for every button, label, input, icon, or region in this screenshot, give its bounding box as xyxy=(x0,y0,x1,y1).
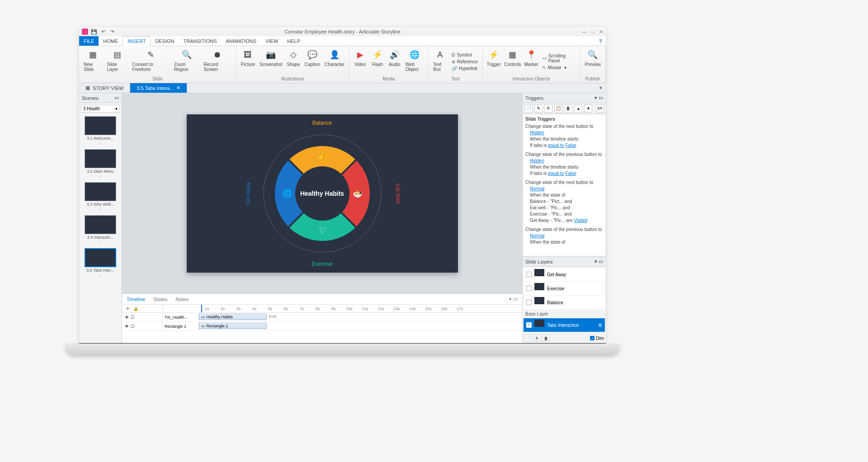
timeline-track[interactable]: 👁☐Txt_Health...▭ Healthy HabitsEnd xyxy=(122,313,522,322)
scene-thumb[interactable]: 3.1 Welcome...↓ xyxy=(81,116,120,146)
picture-button[interactable]: 🖼Picture xyxy=(239,47,257,75)
screenshot-button[interactable]: 📷Screenshot xyxy=(258,47,284,75)
character-button[interactable]: 👤Character xyxy=(323,47,346,75)
text-box-button[interactable]: AText Box xyxy=(431,47,449,75)
tab-transitions[interactable]: TRANSITIONS xyxy=(179,36,222,46)
eye-icon[interactable]: 👁 xyxy=(126,306,130,311)
record-screen-button[interactable]: ⏺Record Screen xyxy=(202,47,233,75)
caption-button[interactable]: 💬Caption xyxy=(302,47,321,75)
lock-icon[interactable]: 🔒 xyxy=(133,306,138,311)
ribbon-tabs: FILE HOME INSERT DESIGN TRANSITIONS ANIM… xyxy=(79,36,606,46)
segment-label-exercise: Exercise xyxy=(311,261,332,267)
base-layer-label: Base Layer xyxy=(523,311,606,317)
base-layer-row[interactable]: Tabs Interaction⚙ xyxy=(524,318,605,332)
canvas-area: 👍 🍜 ♡ 🌐 Healthy Habits Balance Eat Well … xyxy=(122,93,522,343)
triggers-title: Triggers xyxy=(525,95,543,101)
trigger-button[interactable]: ⚡Trigger xyxy=(486,47,502,75)
hyperlink-button[interactable]: 🔗Hyperlink xyxy=(450,66,480,71)
window-title: Comstar Employee Health.story - Articula… xyxy=(284,29,400,34)
new-trigger-button[interactable]: 📄 xyxy=(524,104,533,113)
slide-layers-panel: Slide Layers▾ ▭ Get AwayExerciseBalance … xyxy=(523,256,606,343)
scene-thumb[interactable]: 3.3 Why Well...↓ xyxy=(81,182,120,212)
move-down-button[interactable]: ▾ xyxy=(584,104,592,113)
save-icon[interactable]: 💾 xyxy=(91,28,97,35)
scene-selector[interactable]: 3 Health▾ xyxy=(81,105,120,113)
gear-icon[interactable]: ⚙ xyxy=(598,323,602,328)
tab-view[interactable]: VIEW xyxy=(261,36,283,46)
web-object-button[interactable]: 🌐Web Object xyxy=(404,47,425,75)
minimize-icon[interactable]: — xyxy=(582,29,587,35)
duplicate-layer-button[interactable]: ⎘ xyxy=(533,335,541,342)
maximize-icon[interactable]: □ xyxy=(591,29,594,35)
mouse-button[interactable]: ↖Mouse ▾ xyxy=(541,65,577,71)
audio-button[interactable]: 🔊Audio xyxy=(387,47,403,75)
tab-insert[interactable]: INSERT xyxy=(123,36,151,46)
slide-stage[interactable]: 👍 🍜 ♡ 🌐 Healthy Habits Balance Eat Well … xyxy=(187,114,458,273)
variables-button[interactable]: x= xyxy=(596,104,604,113)
chart-center-label: Healthy Habits xyxy=(300,190,344,197)
move-up-button[interactable]: ▴ xyxy=(574,104,582,113)
svg-text:♡: ♡ xyxy=(319,226,326,235)
tab-animations[interactable]: ANIMATIONS xyxy=(222,36,261,46)
svg-text:👍: 👍 xyxy=(317,151,328,160)
delete-trigger-button[interactable]: 🗑 xyxy=(564,104,572,113)
timeline-tab[interactable]: Timeline xyxy=(127,297,145,302)
layers-title: Slide Layers xyxy=(525,259,553,264)
edit-trigger-button[interactable]: ✎ xyxy=(534,104,542,113)
timeline-track[interactable]: 👁☐Rectangle 1▭ Rectangle 1 xyxy=(122,322,522,331)
undo-icon[interactable]: ↶ xyxy=(100,28,106,35)
shape-button[interactable]: ◇Shape xyxy=(285,47,302,75)
title-bar: 💾 ↶ ↷ Comstar Employee Health.story - Ar… xyxy=(79,27,606,36)
scene-thumb[interactable]: 3.2 Main Menu↓ xyxy=(81,149,120,179)
playhead[interactable] xyxy=(201,305,202,312)
scenes-title: Scenes xyxy=(82,95,99,101)
tab-file[interactable]: FILE xyxy=(79,36,99,46)
notes-tab[interactable]: Notes xyxy=(175,297,189,302)
story-view-tab[interactable]: ▦STORY VIEW xyxy=(79,83,130,93)
states-tab[interactable]: States xyxy=(153,297,167,302)
svg-text:🍜: 🍜 xyxy=(353,189,363,198)
controls-button[interactable]: ▦Controls xyxy=(503,47,522,75)
layer-row[interactable]: Get Away xyxy=(524,268,605,282)
preview-button[interactable]: 🔍Preview xyxy=(583,47,603,75)
scrolling-panel-button[interactable]: ▭Scrolling Panel xyxy=(541,53,577,64)
tab-help[interactable]: HELP xyxy=(283,36,305,46)
video-button[interactable]: ▶Video xyxy=(352,47,368,75)
redo-icon[interactable]: ↷ xyxy=(109,28,115,35)
convert-freeform-button[interactable]: ✎Convert to Freeform xyxy=(131,47,171,75)
copy-trigger-button[interactable]: ⎘ xyxy=(544,104,552,113)
marker-button[interactable]: 📍Marker xyxy=(523,47,540,75)
triggers-panel: Triggers▾ ▭ 📄 ✎ ⎘ 📋 🗑 ▴ ▾ x= Slide Trigg… xyxy=(523,93,606,256)
delete-layer-button[interactable]: 🗑 xyxy=(542,335,550,342)
panel-menu-icon[interactable]: ▭ xyxy=(114,95,119,101)
zoom-region-button[interactable]: 🔍Zoom Region xyxy=(172,47,201,75)
chevron-down-icon: ▾ xyxy=(115,106,118,111)
close-icon[interactable]: ✕ xyxy=(599,29,603,35)
tabs-dropdown-icon[interactable]: ▾ xyxy=(596,83,606,93)
layer-row[interactable]: Exercise xyxy=(524,282,605,296)
segment-label-getaway: Get Away xyxy=(245,182,251,205)
paste-trigger-button[interactable]: 📋 xyxy=(554,104,562,113)
new-slide-button[interactable]: ▦New Slide xyxy=(82,47,104,75)
document-tabs: ▦STORY VIEW 3.5 Tabs Intera...✕ ▾ xyxy=(79,83,606,93)
svg-text:🌐: 🌐 xyxy=(282,189,292,198)
flash-button[interactable]: ⚡Flash xyxy=(369,47,386,75)
scene-thumb[interactable]: 3.4 Interactiv...↓ xyxy=(81,215,120,245)
tab-home[interactable]: HOME xyxy=(99,36,123,46)
slide-tab[interactable]: 3.5 Tabs Intera...✕ xyxy=(130,83,187,93)
app-logo-icon xyxy=(82,28,88,35)
new-layer-button[interactable]: 📄 xyxy=(524,335,532,342)
close-tab-icon[interactable]: ✕ xyxy=(176,85,180,91)
segment-label-eatwell: Eat Well xyxy=(395,183,401,203)
tab-design[interactable]: DESIGN xyxy=(151,36,179,46)
reference-button[interactable]: ※Reference xyxy=(450,59,480,65)
scenes-panel: Scenes▭ 3 Health▾ 3.1 Welcome...↓3.2 Mai… xyxy=(79,93,122,343)
timeline-panel: Timeline States Notes ▾ ▭ 👁🔒 1s2s3s4s5s6… xyxy=(122,293,522,343)
layer-row[interactable]: Balance xyxy=(524,296,605,310)
slide-layer-button[interactable]: ▤Slide Layer xyxy=(105,47,130,75)
scene-thumb[interactable]: 3.5 Tabs Inter...↓ xyxy=(81,248,120,278)
segment-label-balance: Balance xyxy=(312,120,332,126)
symbol-button[interactable]: ΩSymbol xyxy=(450,52,480,58)
ribbon: ▦New Slide ▤Slide Layer ✎Convert to Free… xyxy=(79,46,606,83)
help-icon[interactable]: ? xyxy=(595,36,606,46)
